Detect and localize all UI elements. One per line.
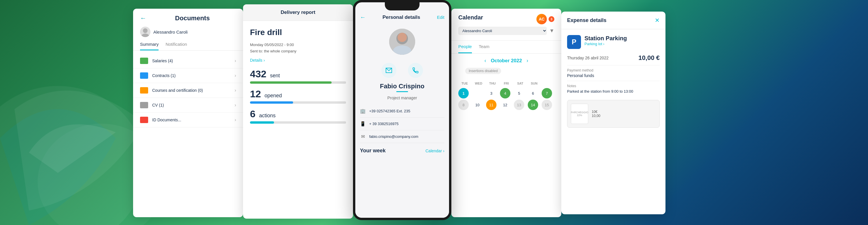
folder-courses[interactable]: Courses and certification (0) › [133,83,243,98]
email-value: fabio.crispino@company.com [369,134,418,139]
profile-section: Fabio Crispino Project manager [355,24,449,105]
cal-day-6[interactable]: 6 [528,88,538,99]
personal-edit-button[interactable]: Edit [437,15,444,20]
calendar-month: October 2022 [491,58,522,64]
expense-date: Thursday 26 abril 2022 [567,56,609,60]
folder-cv-arrow: › [235,103,236,108]
calendar-tabs: People Team [452,40,561,54]
folder-id-arrow: › [235,117,236,122]
calendar-header: Calendar AC 3 Alessandro Caroli ▼ [452,9,561,40]
stat-opened-number: 12 [250,88,261,99]
cal-day-11[interactable]: 11 [486,100,496,110]
delivery-card: Delivery report Fire drill Monday 05/05/… [243,4,353,219]
receipt-thumbnail: PARCHEGGIO 22% 10€ 10,00 [567,100,660,128]
cal-day-15[interactable]: 15 [541,100,552,110]
cards-container: ← Documents Alessandro Caroli Summary No… [133,0,868,225]
delivery-title: Fire drill [250,28,346,37]
cal-day-7[interactable]: 7 [541,88,552,99]
folder-salaries-arrow: › [235,58,236,63]
folder-blue-icon [140,73,148,79]
tab-notification[interactable]: Notification [165,42,187,50]
details-arrow: › [264,58,265,62]
profile-name: Fabio Crispino [380,83,425,90]
calendar-link[interactable]: Calendar › [426,148,445,153]
calendar-grid: TUE WED THU FRI SAT SUN 1 3 4 5 6 7 8 10… [452,81,561,110]
delivery-date: Monday 05/05/2022 - 9:00 [250,43,294,47]
expense-close-button[interactable]: ✕ [655,17,660,24]
phone-notch [385,2,420,10]
prev-month-button[interactable]: ‹ [484,58,486,64]
day-tue: TUE [458,81,471,86]
name-divider [396,91,408,92]
folder-courses-label: Courses and certification (0) [152,88,230,93]
cal-day-8[interactable]: 8 [458,100,469,110]
tab-team[interactable]: Team [479,40,490,53]
mail-button[interactable] [381,63,396,78]
cal-day-5[interactable]: 5 [514,88,524,99]
folder-cv-label: CV (1) [152,103,230,107]
calendar-user-selector[interactable]: Alessandro Caroli [458,27,547,35]
next-month-button[interactable]: › [527,58,528,64]
stat-sent-label: sent [270,73,280,79]
profile-role: Project manager [388,95,417,100]
folder-cv[interactable]: CV (1) › [133,98,243,113]
calendar-card: Calendar AC 3 Alessandro Caroli ▼ People… [452,9,561,217]
delivery-header-title: Delivery report [281,9,315,15]
parking-type-link[interactable]: Parking lot › [585,42,627,46]
cal-day-10[interactable]: 10 [472,100,483,110]
expense-amount: 10,00 € [639,54,660,62]
mobile-value: + 39 3382516975 [369,122,399,126]
contact-icons-row [381,63,423,78]
contact-phone-ext: 🏢 +39 025742365 Ext. 235 [360,105,444,118]
calendar-title: Calendar [458,14,483,21]
profile-avatar [389,29,415,55]
folder-contracts-arrow: › [235,73,236,78]
payment-method-label: Payment method [567,68,660,73]
folder-red-icon [140,117,148,123]
receipt-text2: 22% [577,114,582,117]
back-button[interactable]: ← [140,15,146,22]
day-fri: FRI [500,81,513,86]
receipt-image: PARCHEGGIO 22% [571,104,588,124]
personal-title: Personal details [382,15,420,20]
cal-day-14[interactable]: 14 [528,100,538,110]
stat-actions-bar [250,121,346,124]
svg-point-2 [143,28,148,33]
phone-ext-value: +39 025742365 Ext. 235 [369,109,410,113]
delivery-details-link[interactable]: Details › [250,58,346,62]
calendar-days-header: TUE WED THU FRI SAT SUN [458,81,554,86]
cal-day-12[interactable]: 12 [500,100,510,110]
receipt-text1: PARCHEGGIO [571,111,588,114]
cal-day-4[interactable]: 4 [500,88,510,99]
folder-gray-icon [140,102,148,108]
week-title: Your week [360,148,386,154]
folder-salaries[interactable]: Salaries (4) › [133,54,243,68]
week-header: Your week Calendar › [360,148,444,154]
receipt-amount2: 10,00 [592,114,600,118]
delivery-header: Delivery report [243,4,353,21]
folder-salaries-label: Salaries (4) [152,58,230,63]
stat-actions-label: actions [259,113,275,118]
calendar-link-arrow: › [443,148,444,153]
day-thu: THU [486,81,499,86]
notification-badge: 3 [549,16,554,22]
folder-contracts[interactable]: Contracts (1) › [133,68,243,83]
delivery-content: Fire drill Monday 05/05/2022 - 9:00 Sent… [243,21,353,135]
phone-button[interactable] [408,63,423,78]
expense-title: Expense details [567,18,607,24]
calendar-nav: ‹ October 2022 › [452,54,561,68]
cal-day-3[interactable]: 3 [486,88,496,99]
tab-people[interactable]: People [458,40,472,53]
calendar-user-avatar: AC [536,14,547,24]
parking-type-label: Parking lot [585,42,602,46]
personal-back-button[interactable]: ← [360,14,366,21]
tab-summary[interactable]: Summary [140,42,159,50]
folder-id[interactable]: ID Documents... › [133,113,243,128]
day-extra [541,81,554,86]
cal-day-13[interactable]: 13 [514,100,524,110]
stat-actions: 6 actions [250,108,346,124]
expense-payment-field: Payment method Personal funds [567,65,660,81]
cal-day-1[interactable]: 1 [458,88,469,99]
details-label: Details [250,58,262,62]
stat-opened-fill [250,101,293,104]
